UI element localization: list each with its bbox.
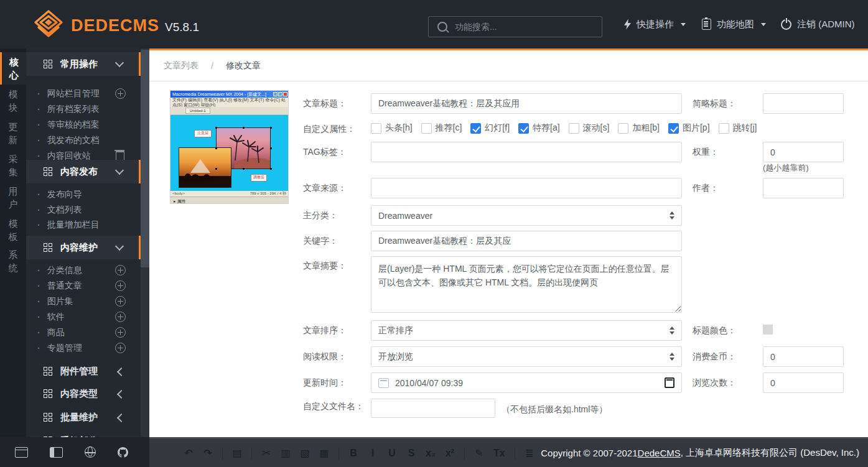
short-title-label: 简略标题： (693, 98, 736, 109)
attr-headline[interactable]: 头条[h] (371, 123, 413, 134)
update-time-picker[interactable]: 2010/04/07 09:39 (371, 372, 682, 393)
rail-item-update[interactable]: 更新 (0, 121, 26, 146)
copy-button[interactable]: ▥ (281, 447, 291, 459)
strikethrough-button[interactable]: S (406, 448, 416, 459)
superscript-button[interactable]: x² (445, 448, 455, 459)
plus-circle-icon[interactable] (115, 312, 126, 322)
sidebar-item-batch-add-columns[interactable]: 批量增加栏目 (26, 217, 141, 233)
logout-button[interactable]: 注销 (ADMIN) (781, 0, 855, 49)
plus-circle-icon[interactable] (115, 280, 126, 291)
sidebar-item-normal-article[interactable]: 普通文章 (26, 278, 141, 294)
article-title-input[interactable] (371, 93, 682, 114)
dedecms-link[interactable]: DedeCMS (638, 448, 681, 458)
coin-input[interactable] (763, 346, 844, 367)
views-input[interactable] (763, 372, 844, 393)
sort-select[interactable]: 正常排序 (371, 320, 682, 341)
rail-item-template[interactable]: 模板 (0, 218, 26, 243)
calendar-icon[interactable] (665, 377, 674, 388)
sidebar-item-topic-manage[interactable]: 专题管理 (26, 340, 141, 356)
rail-item-core[interactable]: 核心 (0, 52, 26, 85)
weight-input[interactable] (763, 142, 844, 162)
checkbox[interactable] (719, 123, 729, 134)
paste-word-button[interactable]: ▦ (319, 447, 329, 459)
sidebar-item-classified-info[interactable]: 分类信息 (26, 262, 141, 278)
redo-button[interactable]: ↷ (203, 447, 213, 459)
source-input[interactable] (371, 178, 682, 198)
trash-icon[interactable] (116, 151, 124, 160)
checkbox[interactable] (668, 123, 679, 134)
checkbox[interactable] (371, 123, 381, 134)
sidebar-item-site-columns[interactable]: 网站栏目管理 (26, 86, 141, 101)
sidebar-item-software[interactable]: 软件 (26, 309, 141, 325)
ordered-list-button[interactable]: ≣ (525, 447, 534, 459)
cut-button[interactable]: ✂ (261, 447, 271, 459)
window-icon[interactable] (15, 447, 28, 458)
plus-circle-icon[interactable] (115, 296, 126, 307)
filename-input[interactable] (371, 399, 495, 418)
attr-picture[interactable]: 图片[p] (668, 123, 710, 134)
sidebar-item-all-archives[interactable]: 所有档案列表 (26, 101, 141, 117)
rail-item-collect[interactable]: 采集 (0, 153, 26, 178)
category-select[interactable]: Dreamweaver (371, 205, 682, 226)
power-icon (781, 19, 791, 30)
checkbox[interactable] (618, 123, 628, 134)
source-button[interactable]: ▤ (232, 447, 242, 459)
checkbox[interactable] (569, 123, 579, 134)
underline-button[interactable]: U (387, 448, 397, 459)
paste-button[interactable]: ▧ (300, 447, 310, 459)
read-access-select[interactable]: 开放浏览 (371, 346, 682, 367)
title-color-swatch[interactable] (763, 325, 773, 335)
keywords-input[interactable] (371, 231, 682, 251)
attr-slideshow[interactable]: 幻灯[f] (470, 123, 510, 134)
quick-actions-menu[interactable]: 快捷操作 (624, 0, 686, 49)
plus-circle-icon[interactable] (115, 265, 126, 275)
filename-label: 自定义文件名： (303, 399, 365, 413)
subscript-button[interactable]: x₂ (426, 448, 436, 459)
attr-scroll[interactable]: 滚动[s] (569, 123, 610, 134)
author-input[interactable] (763, 178, 844, 198)
section-mobile[interactable]: 手机部分 (26, 429, 141, 437)
rail-item-user[interactable]: 用户 (0, 185, 26, 210)
panel-toggle-icon[interactable] (50, 447, 63, 458)
rail-item-system[interactable]: 系统 (0, 249, 26, 274)
format-brush-button[interactable]: ✎ (474, 447, 484, 459)
sidebar-item-pending-archives[interactable]: 等审核的档案 (26, 117, 141, 132)
short-title-input[interactable] (763, 93, 844, 114)
sidebar-item-publish-wizard[interactable]: 发布向导 (26, 187, 141, 202)
sidebar-scrollbar[interactable] (141, 49, 149, 437)
section-content-maintain[interactable]: 内容维护 (26, 236, 141, 259)
rail-item-module[interactable]: 模块 (0, 88, 26, 113)
sidebar-item-product[interactable]: 商品 (26, 325, 141, 340)
section-attachment-manage[interactable]: 附件管理 (26, 359, 141, 383)
attr-jump[interactable]: 跳转[j] (719, 123, 757, 134)
italic-button[interactable]: I (368, 448, 378, 459)
globe-icon[interactable] (85, 446, 96, 458)
section-batch-maintain[interactable]: 批量维护 (26, 405, 141, 429)
summary-textarea[interactable]: 层(Layer)是一种 HTML 页面元素，您可以将它定位在页面上的任意位置。层… (371, 256, 682, 313)
attr-recommend[interactable]: 推荐[c] (421, 123, 462, 134)
plus-circle-icon[interactable] (115, 88, 126, 99)
attr-special[interactable]: 特荐[a] (518, 123, 560, 134)
plus-circle-icon[interactable] (115, 343, 126, 353)
sidebar-item-document-list[interactable]: 文档列表 (26, 202, 141, 218)
checkbox[interactable] (421, 123, 432, 134)
sidebar-item-my-documents[interactable]: 我发布的文档 (26, 132, 141, 148)
tags-input[interactable] (371, 142, 682, 162)
undo-button[interactable]: ↶ (184, 447, 194, 459)
section-content-publish[interactable]: 内容发布 (26, 160, 141, 183)
bold-button[interactable]: B (348, 448, 358, 459)
search-input[interactable] (454, 21, 602, 32)
checkbox[interactable] (518, 123, 529, 134)
section-content-type[interactable]: 内容类型 (26, 382, 141, 405)
attr-bold[interactable]: 加粗[b] (618, 123, 660, 134)
feature-map-menu[interactable]: 功能地图 (702, 0, 766, 49)
scrollbar-thumb[interactable] (141, 50, 149, 267)
breadcrumb-article-list[interactable]: 文章列表 (164, 60, 198, 72)
github-icon[interactable] (118, 447, 128, 458)
sidebar-item-image-gallery[interactable]: 图片集 (26, 294, 141, 309)
section-common-operations[interactable]: 常用操作 (26, 52, 141, 76)
chevron-down-icon (115, 58, 124, 67)
checkbox[interactable] (470, 123, 481, 134)
plus-circle-icon[interactable] (115, 327, 126, 338)
remove-format-button[interactable]: Tx (493, 448, 505, 459)
